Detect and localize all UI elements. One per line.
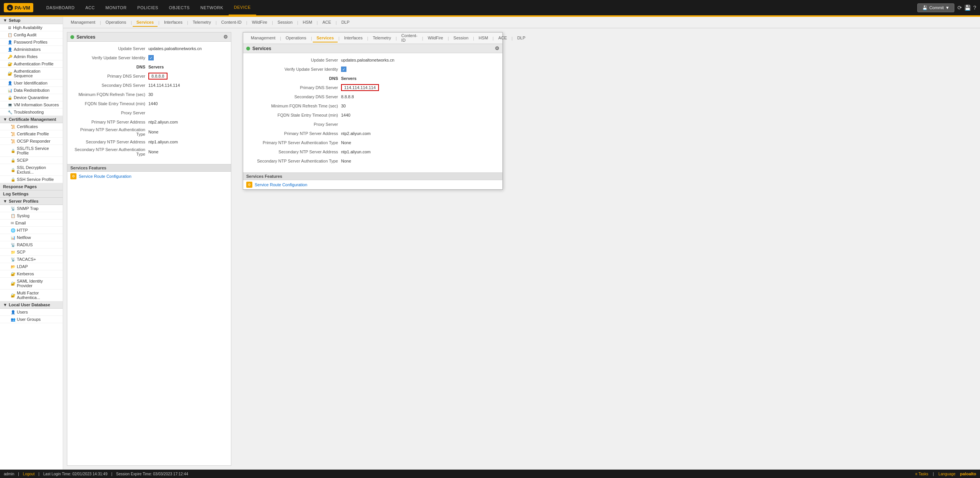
right-min-fqdn-row: Minimum FQDN Refresh Time (sec) 30 [249, 102, 496, 110]
tab-hsm[interactable]: HSM [299, 18, 316, 27]
sidebar-item-mfa[interactable]: 🔐 Multi Factor Authentica... [0, 289, 63, 301]
help-icon[interactable]: ? [973, 5, 976, 11]
tab-services[interactable]: Services [133, 18, 158, 27]
sidebar-section-setup[interactable]: ▼ Setup [0, 17, 63, 24]
logout-link[interactable]: Logout [23, 472, 35, 476]
right-tab-telemetry[interactable]: Telemetry [369, 34, 395, 42]
sidebar-item-ssh-service[interactable]: 🔒 SSH Service Profile [0, 176, 63, 183]
sidebar-item-config-audit[interactable]: 📋 Config Audit [0, 31, 63, 39]
ha-icon: 🖥 [8, 26, 11, 30]
tab-wildfire[interactable]: WildFire [248, 18, 271, 27]
tab-operations[interactable]: Operations [102, 18, 130, 27]
sidebar-item-password-profiles[interactable]: 👤 Password Profiles [0, 39, 63, 46]
right-primary-dns-row: Primary DNS Server 114.114.114.114 [249, 84, 496, 91]
sidebar-item-users[interactable]: 👤 Users [0, 309, 63, 316]
sidebar-item-troubleshooting[interactable]: 🔧 Troubleshooting [0, 109, 63, 116]
primary-ntp-auth-row: Primary NTP Server Authentication Type N… [72, 127, 226, 137]
sidebar-item-http[interactable]: 🌐 HTTP [0, 227, 63, 234]
sidebar-item-admin-roles[interactable]: 🔑 Admin Roles [0, 53, 63, 60]
sidebar-section-response-pages[interactable]: Response Pages [0, 183, 63, 190]
right-tab-services[interactable]: Services [313, 34, 338, 42]
sidebar-item-auth-profile[interactable]: 🔐 Authentication Profile [0, 60, 63, 68]
sidebar-item-high-availability[interactable]: 🖥 High Availability [0, 24, 63, 31]
right-verify-label: Verify Update Server Identity [249, 67, 341, 72]
sidebar-item-kerberos[interactable]: 🔐 Kerberos [0, 270, 63, 278]
sidebar-item-vm-sources[interactable]: 💻 VM Information Sources [0, 101, 63, 109]
right-tab-ace[interactable]: ACE [494, 34, 511, 42]
service-route-link[interactable]: ⚙ Service Route Configuration [67, 172, 231, 181]
right-tab-management[interactable]: Management [247, 34, 279, 42]
sidebar-item-syslog[interactable]: 📋 Syslog [0, 212, 63, 219]
sidebar-item-user-id[interactable]: 👤 User Identification [0, 80, 63, 87]
language-link[interactable]: Language [938, 472, 956, 476]
right-tab-interfaces[interactable]: Interfaces [340, 34, 366, 42]
tab-telemetry[interactable]: Telemetry [189, 18, 215, 27]
sidebar-item-auth-sequence[interactable]: 🔐 Authentication Sequence [0, 68, 63, 80]
right-panel-settings-icon[interactable]: ⚙ [495, 46, 499, 51]
panel-settings-icon[interactable]: ⚙ [223, 34, 228, 40]
tab-ace[interactable]: ACE [319, 18, 335, 27]
nav-monitor[interactable]: MONITOR [100, 0, 132, 15]
separator2: | [38, 472, 39, 476]
right-service-route-link[interactable]: ⚙ Service Route Configuration [243, 180, 502, 189]
tab-interfaces[interactable]: Interfaces [160, 18, 186, 27]
right-tab-wildfire[interactable]: WildFire [424, 34, 447, 42]
refresh-icon[interactable]: ⟳ [957, 5, 962, 11]
sidebar-item-user-groups[interactable]: 👥 User Groups [0, 316, 63, 323]
sidebar-item-ldap[interactable]: 📂 LDAP [0, 263, 63, 270]
tab-management[interactable]: Management [67, 18, 99, 27]
netflow-icon: 📊 [11, 236, 15, 240]
right-tab-contentid[interactable]: Content-ID [398, 32, 421, 45]
commit-button[interactable]: 💾 Commit ▼ [917, 3, 954, 12]
nav-network[interactable]: NETWORK [195, 0, 229, 15]
right-panel-body: Update Server updates.paloaltonetworks.c… [243, 53, 502, 169]
sidebar-item-snmp[interactable]: 📡 SNMP Trap [0, 205, 63, 212]
right-fqdn-stale-value: 1440 [341, 113, 496, 117]
sidebar-item-email[interactable]: ✉ Email [0, 219, 63, 227]
sidebar-section-cert-mgmt[interactable]: ▼ Certificate Management [0, 116, 63, 123]
nav-policies[interactable]: POLICIES [132, 0, 164, 15]
sidebar-item-administrators[interactable]: 👤 Administrators [0, 46, 63, 53]
right-tab-session[interactable]: Session [450, 34, 472, 42]
tab-session[interactable]: Session [274, 18, 296, 27]
secondary-dns-value: 114.114.114.114 [148, 83, 226, 88]
cert-icon: 📜 [11, 125, 15, 129]
right-update-server-label: Update Server [249, 58, 341, 62]
sidebar-item-saml[interactable]: 🔐 SAML Identity Provider [0, 278, 63, 289]
sidebar-item-netflow[interactable]: 📊 Netflow [0, 234, 63, 241]
sidebar-item-device-quarantine[interactable]: 🔒 Device Quarantine [0, 94, 63, 101]
sidebar-item-cert-profile[interactable]: 📜 Certificate Profile [0, 130, 63, 138]
sidebar-item-certificates[interactable]: 📜 Certificates [0, 123, 63, 130]
trouble-icon: 🔧 [8, 110, 12, 114]
nav-device[interactable]: DEVICE [229, 0, 256, 15]
tab-dlp[interactable]: DLP [338, 18, 353, 27]
secondary-ntp-label: Secondary NTP Server Address [72, 140, 148, 144]
right-primary-ntp-row: Primary NTP Server Address ntp2.aliyun.c… [249, 130, 496, 137]
save-icon[interactable]: 💾 [964, 5, 971, 11]
sidebar-item-tacacs[interactable]: 📡 TACACS+ [0, 256, 63, 263]
nav-acc[interactable]: ACC [80, 0, 100, 15]
tab-content-id[interactable]: Content-ID [218, 18, 245, 27]
fqdn-stale-value: 1440 [148, 101, 226, 106]
right-tab-dlp[interactable]: DLP [514, 34, 529, 42]
sidebar-item-data-redist[interactable]: 📊 Data Redistribution [0, 87, 63, 94]
sidebar-item-ssl-exclusion[interactable]: 🔒 SSL Decryption Exclusi... [0, 164, 63, 176]
sidebar-section-log-settings[interactable]: Log Settings [0, 190, 63, 198]
sidebar-item-scep[interactable]: 🔒 SCEP [0, 157, 63, 164]
right-tab-operations[interactable]: Operations [282, 34, 310, 42]
right-primary-dns-label: Primary DNS Server [249, 85, 341, 90]
tasks-link[interactable]: ≡ Tasks [915, 472, 928, 476]
right-secondary-ntp-auth-label: Secondary NTP Server Authentication Type [249, 159, 341, 163]
sidebar-section-server-profiles[interactable]: ▼ Server Profiles [0, 198, 63, 205]
min-fqdn-value: 30 [148, 92, 226, 97]
right-tab-hsm[interactable]: HSM [475, 34, 492, 42]
nav-objects[interactable]: OBJECTS [164, 0, 195, 15]
sidebar-section-local-user-db[interactable]: ▼ Local User Database [0, 301, 63, 309]
sidebar-item-scp[interactable]: 📁 SCP [0, 249, 63, 256]
sidebar-item-ocsp[interactable]: 📜 OCSP Responder [0, 138, 63, 145]
right-primary-ntp-value: ntp2.aliyun.com [341, 131, 496, 136]
sidebar-item-radius[interactable]: 📡 RADIUS [0, 241, 63, 249]
nav-dashboard[interactable]: DASHBOARD [41, 0, 80, 15]
userid-icon: 👤 [8, 81, 12, 85]
sidebar-item-ssl-tls[interactable]: 🔒 SSL/TLS Service Profile [0, 145, 63, 157]
